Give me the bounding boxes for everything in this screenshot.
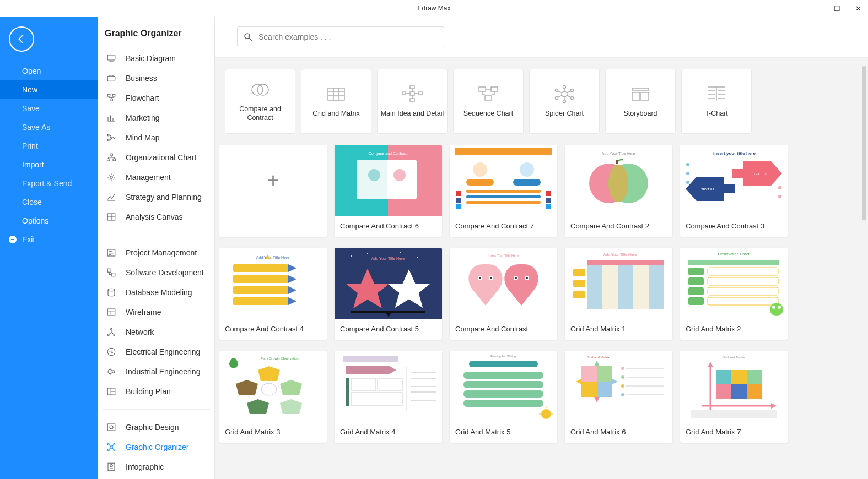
template-thumb: Add Your Title Here	[335, 248, 442, 319]
marketing-icon	[106, 112, 117, 123]
file-menu-export-send[interactable]: Export & Send	[0, 174, 98, 193]
file-menu-exit[interactable]: Exit	[0, 230, 98, 249]
svg-rect-60	[419, 92, 422, 95]
svg-rect-136	[233, 286, 288, 294]
category-network[interactable]: Network	[100, 322, 212, 342]
template-grid-and-matrix-2[interactable]: Observation ChartGrid And Matrix 2	[680, 248, 788, 340]
svg-rect-69	[485, 96, 492, 100]
flowchart-icon	[106, 92, 117, 104]
search-input[interactable]	[258, 32, 438, 41]
template-grid-and-matrix-1[interactable]: Add Your Title HereGrid And Matrix 1	[565, 248, 672, 340]
template-compare-and-contrast[interactable]: Insert Your Title HereCompare And Contra…	[450, 248, 557, 340]
type-card-spider-chart[interactable]: Spider Chart	[529, 69, 600, 134]
category-infographic[interactable]: Infographic	[100, 457, 212, 477]
scrollbar-track[interactable]	[861, 66, 867, 479]
svg-rect-167	[618, 265, 633, 309]
file-menu-options[interactable]: Options	[0, 211, 98, 230]
app-title: Edraw Max	[417, 4, 450, 12]
svg-point-144	[367, 253, 368, 254]
template-label: Grid And Matrix 5	[450, 422, 557, 443]
svg-rect-175	[688, 260, 779, 265]
svg-rect-121	[616, 160, 618, 164]
category-industrial-engineering[interactable]: Industrial Engineering	[100, 362, 212, 382]
file-menu-new[interactable]: New	[0, 80, 98, 99]
svg-point-194	[261, 383, 277, 395]
category-label: Infographic	[126, 462, 164, 471]
category-wireframe[interactable]: Wireframe	[100, 302, 212, 322]
category-basic-diagram[interactable]: Basic Diagram	[100, 48, 212, 68]
category-building-plan[interactable]: Building Plan	[100, 382, 212, 401]
template-grid-and-matrix-4[interactable]: Grid And Matrix 4	[335, 351, 442, 443]
building-plan-icon	[106, 386, 117, 397]
category-project-management[interactable]: Project Management	[100, 243, 212, 263]
svg-point-143	[351, 255, 352, 257]
category-database-modeling[interactable]: Database Modeling	[100, 282, 212, 302]
type-card-storyboard[interactable]: Storyboard	[605, 69, 676, 134]
arrow-left-icon	[15, 33, 28, 45]
template-compare-and-contract-6[interactable]: Compare and ContractCompare And Contract…	[335, 145, 442, 237]
svg-text:Insert Your Title Here: Insert Your Title Here	[488, 254, 519, 257]
category-organizational-chart[interactable]: Organizational Chart	[100, 148, 212, 167]
category-electrical-engineering[interactable]: Electrical Engineering	[100, 342, 212, 362]
svg-rect-171	[573, 280, 585, 287]
template-grid-and-matrix-3[interactable]: Plant Growth ObservationGrid And Matrix …	[219, 351, 327, 443]
svg-line-80	[567, 91, 571, 93]
category-strategy-and-planning[interactable]: Strategy and Planning	[100, 187, 212, 207]
svg-rect-248	[747, 384, 762, 399]
file-menu-save[interactable]: Save	[0, 99, 98, 118]
svg-rect-210	[469, 361, 538, 367]
svg-point-9	[107, 134, 109, 136]
category-graphic-organizer[interactable]: Graphic Organizer	[100, 437, 212, 457]
category-software-development[interactable]: Software Development	[100, 263, 212, 282]
template-label: Compare And Contrast 5	[335, 319, 442, 340]
svg-rect-179	[688, 297, 704, 305]
management-icon	[106, 172, 117, 183]
minimize-button[interactable]: —	[811, 4, 822, 13]
template-grid-and-matrix-5[interactable]: Reading And WritingGrid And Matrix 5	[450, 351, 557, 443]
type-card-main-idea-and-detail[interactable]: Main Idea and Detail	[377, 69, 448, 134]
type-icon	[325, 85, 348, 104]
type-card-compare-and-contract[interactable]: Compare and Contract	[225, 69, 295, 134]
file-menu-print[interactable]: Print	[0, 137, 98, 155]
svg-text:TEXT 02: TEXT 02	[753, 172, 767, 176]
category-business[interactable]: Business	[100, 68, 212, 88]
category-mind-map[interactable]: Mind Map	[100, 128, 212, 148]
category-analysis-canvas[interactable]: Analysis Canvas	[100, 207, 212, 227]
file-menu-save-as[interactable]: Save As	[0, 118, 98, 137]
scrollbar-thumb[interactable]	[862, 66, 866, 220]
software-development-icon	[106, 267, 117, 278]
template-grid-and-matrix-6[interactable]: Grid and MatrixGrid And Matrix 6	[565, 351, 672, 443]
template-label: Compare And Contrast	[450, 319, 557, 340]
template-compare-and-contrast-4[interactable]: Add Your Title HereCompare And Contrast …	[219, 248, 327, 340]
category-graphic-design[interactable]: Graphic Design	[100, 417, 212, 437]
titlebar: Edraw Max — ☐ ✕	[0, 0, 868, 17]
svg-line-79	[558, 91, 562, 93]
template-compare-and-contrast-5[interactable]: Add Your Title HereCompare And Contrast …	[335, 248, 442, 340]
template-grid-and-matrix-7[interactable]: Grid and MatrixGrid And Matrix 7	[680, 351, 788, 443]
template-thumb: Grid and Matrix	[680, 351, 788, 422]
category-marketing[interactable]: Marketing	[100, 108, 212, 128]
svg-rect-196	[343, 356, 398, 362]
template-compare-and-contract-7[interactable]: Compare And Contract 7	[450, 145, 557, 237]
type-card-grid-and-matrix[interactable]: Grid and Matrix	[301, 69, 371, 134]
category-management[interactable]: Management	[100, 167, 212, 187]
file-menu-import[interactable]: Import	[0, 155, 98, 174]
template-compare-and-contrast-3[interactable]: insert your title hereTEXT 02TEXT 01Comp…	[680, 145, 788, 237]
back-button[interactable]	[9, 26, 34, 52]
file-menu-open[interactable]: Open	[0, 62, 98, 80]
svg-rect-83	[632, 88, 649, 90]
category-flowchart[interactable]: Flowchart	[100, 88, 212, 108]
category-label: Software Development	[126, 268, 204, 277]
type-label: Storyboard	[623, 109, 657, 118]
file-menu-label: Save	[22, 104, 40, 113]
svg-point-16	[110, 176, 113, 179]
svg-point-160	[515, 277, 517, 279]
maximize-button[interactable]: ☐	[832, 4, 843, 13]
type-card-sequence-chart[interactable]: Sequence Chart	[453, 69, 524, 134]
template-new-blank[interactable]: +	[219, 145, 327, 237]
template-compare-and-contrast-2[interactable]: Add Your Title HereCompare And Contrast …	[565, 145, 672, 237]
type-card-t-chart[interactable]: T-Chart	[681, 69, 752, 134]
close-button[interactable]: ✕	[853, 4, 864, 13]
search-box[interactable]	[237, 26, 444, 47]
file-menu-close[interactable]: Close	[0, 193, 98, 211]
